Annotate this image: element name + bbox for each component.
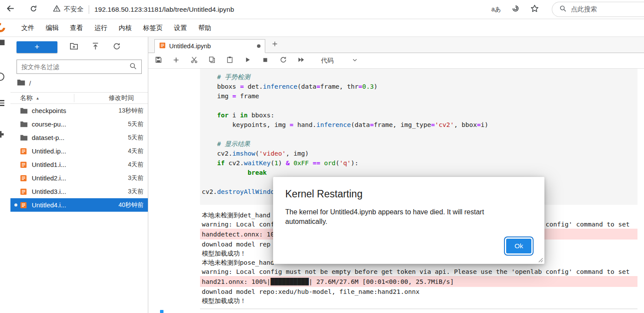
file-row-checkpoints[interactable]: checkpoints13秒钟前 (10, 104, 148, 117)
file-name: dataset-p... (32, 134, 64, 141)
code-line: for i in bboxs: (202, 110, 637, 120)
address-url[interactable]: 192.168.50.123:31181/lab/tree/Untitled4.… (94, 6, 234, 13)
tab-dirty-indicator (257, 44, 260, 48)
new-folder-button[interactable] (69, 42, 79, 52)
jupyter-menubar: 文件编辑查看运行内核标签页设置帮助 (0, 19, 644, 37)
copy-icon (208, 56, 216, 65)
plus-icon: + (34, 42, 39, 52)
tab-untitled4[interactable]: Untitled4.ipynb (154, 39, 265, 53)
active-cell-collapser[interactable] (160, 310, 164, 313)
file-row-untitled4-i[interactable]: Untitled4.i...40秒钟前 (10, 198, 148, 212)
table-of-contents-tab-icon[interactable] (0, 99, 5, 107)
menu-item-run[interactable]: 运行 (89, 24, 113, 32)
favorite-button[interactable] (527, 2, 542, 17)
running-kernels-tab-icon[interactable] (0, 73, 4, 81)
file-listing: checkpoints13秒钟前course-pu...5天前dataset-p… (10, 104, 148, 313)
code-line (202, 130, 637, 139)
output-line: warning: Local config must not be empty … (200, 267, 637, 276)
output-line: download model repo:xedu/hub-model, file… (200, 287, 637, 296)
code-line: img = frame (202, 91, 637, 101)
menu-item-view[interactable]: 查看 (64, 24, 89, 32)
site-security[interactable]: 不安全 (53, 5, 83, 14)
restart-kernel-button[interactable] (279, 57, 287, 65)
folder-icon (20, 121, 28, 127)
menu-item-edit[interactable]: 编辑 (40, 24, 64, 32)
folder-icon (20, 107, 28, 114)
back-button[interactable] (3, 2, 17, 17)
dirty-indicator (14, 203, 17, 206)
resize-grip-icon[interactable] (538, 258, 543, 263)
cell-type-value: 代码 (321, 57, 334, 65)
extension-manager-tab-icon[interactable] (0, 130, 5, 139)
home-folder-icon[interactable] (17, 79, 25, 87)
menu-item-help[interactable]: 帮助 (193, 24, 217, 32)
column-divider (74, 94, 74, 102)
file-row-untitled3-i[interactable]: Untitled3.i...3天前 (10, 185, 148, 198)
code-line: break (202, 168, 637, 177)
file-browser-panel: + (10, 37, 148, 313)
run-cell-button[interactable] (244, 57, 251, 65)
notebook-icon (159, 42, 166, 50)
stderr-output-line: hand21.onnx: 100%|██████████| 27.6M/27.6… (200, 276, 637, 287)
plus-icon (173, 57, 180, 65)
code-line: cv2.imshow('video', img) (202, 149, 637, 158)
reload-button[interactable] (26, 2, 41, 17)
save-button[interactable] (154, 57, 162, 65)
cut-cells-button[interactable] (190, 57, 198, 65)
interrupt-kernel-button[interactable] (261, 57, 269, 65)
insert-cell-button[interactable] (172, 57, 180, 65)
menu-item-file[interactable]: 文件 (16, 24, 40, 32)
search-icon (559, 5, 567, 14)
code-line: bboxs = det.inference(data=frame, thr=0.… (202, 82, 637, 91)
refresh-file-list-button[interactable] (112, 42, 121, 52)
scissors-icon (190, 56, 198, 65)
fast-forward-icon (297, 56, 305, 65)
file-row-course-pu[interactable]: course-pu...5天前 (10, 117, 148, 131)
menu-item-settings[interactable]: 设置 (168, 24, 193, 32)
copy-cells-button[interactable] (208, 57, 216, 65)
menu-item-kernel[interactable]: 内核 (113, 24, 137, 32)
dialog-title: Kernel Restarting (285, 188, 532, 200)
paste-cells-button[interactable] (226, 57, 234, 65)
listing-header: 名称 ▲ 修改时间 (10, 92, 148, 104)
tab-title: Untitled4.ipynb (169, 43, 254, 50)
browser-essentials-icon (511, 4, 520, 14)
sort-by-name-header[interactable]: 名称 ▲ (10, 94, 40, 102)
new-tab-button[interactable] (268, 39, 281, 51)
warning-triangle-icon (53, 5, 60, 14)
file-row-untitled-ip[interactable]: Untitled.ip...4天前 (10, 144, 148, 158)
translate-button[interactable]: aあ (488, 2, 504, 17)
file-modified: 5天前 (128, 120, 143, 128)
sidebar-search[interactable]: 点此搜索 (552, 2, 644, 17)
next-cell-boundary (200, 309, 637, 309)
filename-filter[interactable] (17, 60, 142, 74)
filename-filter-input[interactable] (21, 63, 129, 70)
file-modified: 3天前 (128, 188, 143, 196)
ok-button[interactable]: Ok (506, 239, 531, 253)
sort-by-modified-header[interactable]: 修改时间 (109, 94, 148, 102)
notebook-icon (20, 188, 28, 195)
output-line: 模型加载成功！ (200, 296, 637, 305)
browser-essentials-button[interactable] (507, 2, 523, 17)
breadcrumb-root[interactable]: / (29, 80, 31, 87)
partial-logo-icon (0, 21, 7, 34)
new-folder-icon (70, 42, 78, 52)
file-row-dataset-p[interactable]: dataset-p...5天前 (10, 131, 148, 144)
back-arrow-icon (6, 4, 14, 14)
file-modified: 13秒钟前 (118, 107, 143, 115)
cell-type-dropdown[interactable]: 代码 (321, 57, 358, 65)
sort-ascending-icon: ▲ (36, 96, 40, 100)
file-browser-tab-icon[interactable] (0, 38, 5, 47)
code-line: # 显示结果 (202, 139, 637, 149)
new-launcher-button[interactable]: + (17, 41, 57, 53)
file-name: course-pu... (32, 120, 66, 128)
notebook-icon (20, 148, 28, 155)
kernel-restarting-dialog: Kernel Restarting The kernel for Untitle… (273, 177, 544, 264)
dialog-body: The kernel for Untitled4.ipynb appears t… (285, 207, 516, 226)
file-name: Untitled1.i... (32, 161, 66, 168)
file-row-untitled1-i[interactable]: Untitled1.i...4天前 (10, 158, 148, 171)
menu-item-tabs[interactable]: 标签页 (137, 24, 168, 32)
restart-run-all-button[interactable] (297, 57, 305, 65)
upload-button[interactable] (90, 42, 100, 52)
file-row-untitled2-i[interactable]: Untitled2.i...3天前 (10, 171, 148, 185)
